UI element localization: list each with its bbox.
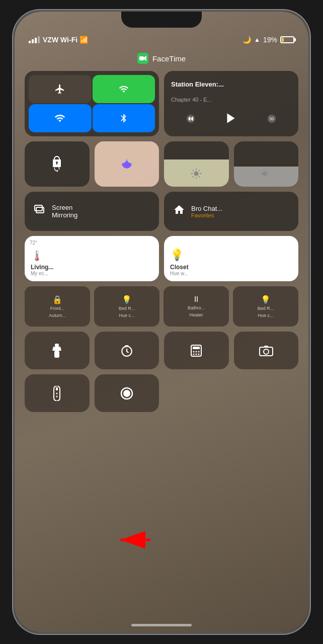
bathroom-tile[interactable]: ⏸ Bathro... Heater — [164, 286, 229, 327]
living-sub: My ec... — [31, 271, 48, 276]
svg-rect-20 — [54, 351, 59, 358]
svg-point-27 — [193, 353, 195, 355]
smart-home-large-row: 72° 🌡️ Living... My ec... 💡 Closet Hue w… — [25, 236, 298, 281]
timer-button[interactable] — [95, 332, 159, 369]
arrow-indicator — [105, 527, 155, 554]
screen-mirroring-label: ScreenMirroring — [52, 204, 77, 219]
top-row: Station Eleven:... Chapter 40 - E... 30 … — [25, 71, 298, 136]
connectivity-block — [25, 71, 159, 136]
closet-sub: Hue w... — [170, 271, 188, 276]
screen-mirroring-icon — [34, 204, 46, 219]
svg-point-26 — [198, 351, 200, 352]
svg-rect-33 — [56, 387, 58, 390]
bed-r2-tile[interactable]: 💡 Bed R... Hue c... — [233, 286, 298, 327]
rewind-button[interactable]: 30 — [186, 114, 196, 125]
svg-line-13 — [199, 176, 200, 177]
battery-fill — [282, 38, 284, 42]
living-temp: 72° — [30, 240, 37, 246]
svg-point-24 — [193, 351, 195, 352]
calculator-button[interactable] — [164, 332, 229, 369]
svg-line-12 — [193, 170, 194, 171]
bedr2-sub: Hue c... — [258, 313, 273, 318]
control-center: Station Eleven:... Chapter 40 - E... 30 … — [25, 71, 298, 607]
screen-mirroring-row: ScreenMirroring Bro Chat... Favorites — [25, 192, 298, 231]
svg-point-29 — [198, 353, 200, 355]
cellular-button[interactable] — [93, 75, 155, 103]
svg-marker-4 — [227, 113, 235, 123]
svg-rect-23 — [193, 347, 200, 349]
bedr2-name: Bed R... — [258, 306, 274, 311]
front-lock-tile[interactable]: 🔒 Front... Autum... — [25, 286, 90, 327]
wifi-toggle-button[interactable] — [29, 104, 92, 132]
living-room-tile[interactable]: 72° 🌡️ Living... My ec... — [25, 236, 159, 281]
notch — [121, 12, 202, 28]
svg-text:30: 30 — [270, 116, 275, 121]
media-controls: 30 30 — [171, 112, 291, 127]
status-left: VZW Wi-Fi 📶 — [29, 36, 88, 44]
facetime-banner[interactable]: FaceTime — [137, 53, 186, 64]
bathroom-sub: Heater — [189, 312, 203, 318]
media-subtitle: Chapter 40 - E... — [171, 97, 291, 103]
home-bar[interactable] — [131, 624, 192, 626]
svg-point-25 — [196, 351, 197, 352]
battery-percent: 19% — [263, 36, 277, 44]
last-row — [25, 374, 298, 412]
do-not-disturb-button[interactable] — [95, 141, 159, 187]
play-button[interactable] — [224, 112, 237, 127]
status-bar: VZW Wi-Fi 📶 🌙 ▲ 19% — [15, 30, 308, 50]
empty-slot-4 — [234, 374, 299, 412]
bluetooth-button[interactable] — [93, 104, 155, 132]
remote-button[interactable] — [25, 374, 90, 412]
svg-line-15 — [193, 176, 194, 177]
fast-forward-button[interactable]: 30 — [267, 114, 277, 125]
closet-name: Closet — [170, 264, 189, 271]
home-icon — [173, 204, 185, 219]
front-name: Front... — [50, 306, 65, 311]
svg-marker-19 — [52, 347, 61, 351]
svg-line-14 — [199, 170, 200, 171]
homekit-sub: Favorites — [191, 212, 222, 218]
smart-home-small-row: 🔒 Front... Autum... 💡 Bed R... Hue c... … — [25, 286, 298, 327]
homekit-button[interactable]: Bro Chat... Favorites — [164, 192, 298, 231]
volume-icon — [261, 168, 272, 182]
svg-point-28 — [196, 353, 197, 355]
airplane-mode-button[interactable] — [29, 75, 92, 103]
bed-bulb-icon: 💡 — [122, 295, 132, 304]
front-sub: Autum... — [49, 313, 66, 318]
empty-slot-3 — [164, 374, 229, 412]
carrier-text: VZW Wi-Fi — [43, 36, 77, 44]
homekit-name: Bro Chat... — [191, 205, 222, 212]
facetime-icon — [137, 53, 148, 64]
battery-icon — [280, 36, 294, 43]
lock-icon: 🔒 — [52, 295, 62, 304]
svg-rect-18 — [55, 344, 59, 347]
moon-icon: 🌙 — [243, 36, 251, 44]
brightness-icon — [191, 168, 202, 182]
svg-point-37 — [123, 390, 130, 397]
status-right: 🌙 ▲ 19% — [243, 36, 294, 44]
bed-r1-tile[interactable]: 💡 Bed R... Hue c... — [94, 286, 159, 327]
screen-record-button[interactable] — [95, 374, 159, 412]
media-player-block: Station Eleven:... Chapter 40 - E... 30 … — [164, 71, 298, 136]
closet-hue-tile[interactable]: 💡 Closet Hue w... — [164, 236, 298, 281]
signal-bars — [29, 36, 40, 43]
screen-lock-button[interactable] — [25, 141, 90, 187]
facetime-label: FaceTime — [152, 54, 186, 63]
svg-point-35 — [56, 395, 58, 397]
svg-point-7 — [194, 171, 199, 176]
svg-point-34 — [56, 392, 58, 394]
thermostat-icon: 🌡️ — [31, 250, 43, 262]
flashlight-button[interactable] — [25, 332, 90, 369]
heater-icon: ⏸ — [192, 295, 200, 304]
media-title: Station Eleven:... — [171, 80, 291, 88]
bathroom-name: Bathro... — [188, 305, 205, 311]
brightness-slider[interactable] — [164, 141, 229, 187]
screen-mirroring-button[interactable]: ScreenMirroring — [25, 192, 159, 231]
camera-button[interactable] — [234, 332, 299, 369]
svg-rect-0 — [139, 56, 144, 60]
volume-slider[interactable] — [234, 141, 299, 187]
bed-bulb2-icon: 💡 — [261, 295, 271, 304]
utility-row — [25, 332, 298, 369]
bedr1-name: Bed R... — [119, 306, 135, 311]
wifi-icon: 📶 — [79, 36, 88, 44]
